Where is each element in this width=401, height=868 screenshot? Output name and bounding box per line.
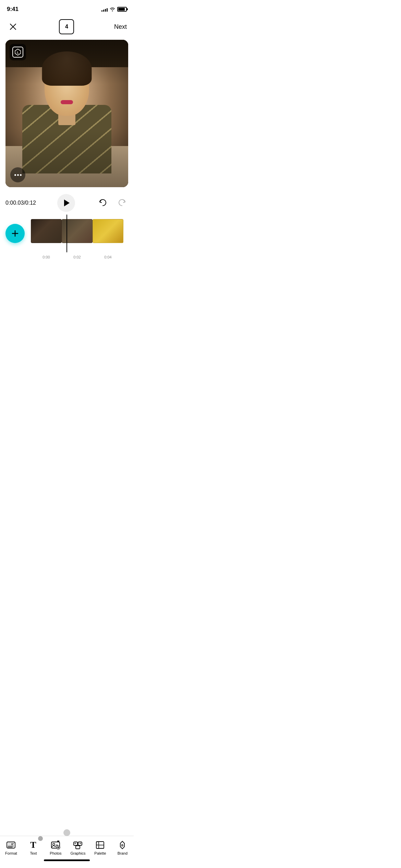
ruler-mark-1: 0:02 xyxy=(62,255,93,259)
close-button[interactable] xyxy=(7,21,19,33)
redo-button[interactable] xyxy=(116,197,128,209)
status-bar: 9:41 xyxy=(0,0,134,16)
ruler-mark-2: 0:04 xyxy=(93,255,123,259)
layer-count: 4 xyxy=(65,24,68,30)
playback-section: 0:00.03/0:12 xyxy=(0,187,134,215)
play-button[interactable] xyxy=(57,194,75,212)
timeline-thumb-3[interactable] xyxy=(93,219,123,243)
play-icon xyxy=(64,200,70,206)
timeline-cursor xyxy=(66,215,67,252)
time-display: 0:00.03/0:12 xyxy=(5,200,36,206)
undo-button[interactable] xyxy=(97,197,109,209)
logo-badge: L xyxy=(10,44,26,60)
portrait-overlay xyxy=(5,40,128,187)
video-preview: L xyxy=(5,40,128,187)
ruler-mark-3: 0:06 xyxy=(123,255,134,259)
timeline-thumb-1[interactable] xyxy=(31,219,62,243)
undo-redo-row xyxy=(97,197,128,209)
status-time: 9:41 xyxy=(7,6,19,13)
timeline-ruler: 0:00 0:02 0:04 0:06 xyxy=(0,252,134,262)
status-icons xyxy=(101,7,127,12)
svg-text:L: L xyxy=(17,51,19,54)
next-button[interactable]: Next xyxy=(114,22,127,32)
logo-inner: L xyxy=(12,47,23,58)
battery-icon xyxy=(117,7,127,12)
timeline-section[interactable] xyxy=(0,215,134,252)
signal-icon xyxy=(101,7,108,12)
top-nav: 4 Next xyxy=(0,16,134,40)
wifi-icon xyxy=(110,7,115,11)
playback-row: 0:00.03/0:12 xyxy=(5,194,128,212)
video-frame xyxy=(5,40,128,187)
more-button[interactable] xyxy=(10,167,25,182)
add-media-button[interactable] xyxy=(5,224,25,243)
layer-badge[interactable]: 4 xyxy=(59,19,74,34)
ruler-mark-0: 0:00 xyxy=(31,255,62,259)
